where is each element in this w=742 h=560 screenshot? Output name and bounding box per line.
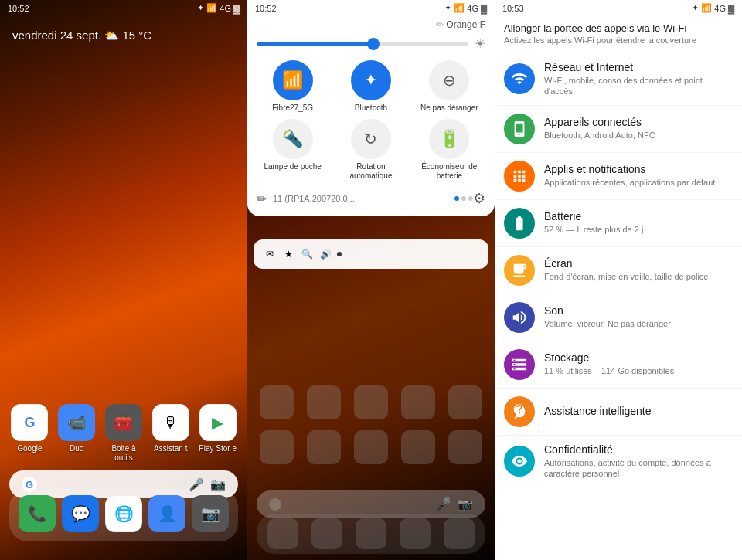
bluetooth-tile-icon[interactable]: ✦ [351,60,391,100]
apps-text: Applis et notifications Applications réc… [544,163,733,188]
shade-dock-1 [267,518,298,549]
shade-mic-icon: 🎤 [436,497,451,511]
bluetooth-tile-label: Bluetooth [355,104,387,113]
tile-battery-saver[interactable]: 🔋 Économiseur de batterie [418,119,480,181]
rotation-tile-icon[interactable]: ↻ [351,119,391,159]
battery-saver-tile-icon[interactable]: 🔋 [429,119,469,159]
display-sub: Fond d'écran, mise en veille, taille de … [544,271,733,282]
settings-item-apps[interactable]: Applis et notifications Applications réc… [495,153,742,200]
torch-tile-label: Lampe de poche [264,162,322,171]
edit-tiles-icon[interactable]: ✏ [257,192,267,206]
dock-contacts[interactable]: 👤 [145,495,189,535]
dock-phone[interactable]: 📞 [15,495,59,535]
dock-chrome[interactable]: 🌐 [102,495,145,535]
tile-torch[interactable]: 🔦 Lampe de poche [262,119,324,181]
dock-camera-icon[interactable]: 📷 [192,495,229,532]
app-assistant[interactable]: 🎙 Assistan t [149,404,192,463]
shade-4g-icon: 4G [467,4,478,13]
shade-bg-icon-4 [401,385,435,419]
brightness-slider[interactable] [257,42,468,46]
shade-bg-apps [247,385,495,475]
settings-list: Réseau et Internet Wi-Fi, mobile, conso … [495,53,742,560]
dock-sms-icon[interactable]: 💬 [62,495,99,532]
dot-1 [454,196,459,201]
notification-icons-row: ✉ ★ 🔍 🔊 [263,247,479,261]
app-google[interactable]: G Google [8,404,51,463]
shade-dock-5 [444,518,475,549]
shade-time: 10:52 [255,4,277,13]
app-assistant-icon[interactable]: 🎙 [152,404,189,441]
dock-phone-icon[interactable]: 📞 [19,495,56,532]
settings-gear-icon[interactable]: ⚙ [473,190,485,207]
app-google-icon[interactable]: G [11,404,48,441]
settings-item-devices[interactable]: Appareils connectés Bluetooth, Android A… [495,106,742,153]
settings-item-network[interactable]: Réseau et Internet Wi-Fi, mobile, conso … [495,53,742,106]
display-text: Écran Fond d'écran, mise en veille, tail… [544,257,733,282]
dock-camera[interactable]: 📷 [189,495,232,535]
shade-signal-icon: 📶 [454,3,465,13]
privacy-text: Confidentialité Autorisations, activité … [544,443,733,480]
brightness-icon[interactable]: ☀ [475,36,485,51]
shade-dock-4 [400,518,431,549]
notif-star-icon: ★ [281,247,295,261]
home-screen: 10:52 ✦ 📶 4G ▓ vendredi 24 sept. ⛅ 15 °C… [0,0,247,560]
app-duo[interactable]: 📹 Duo [55,404,98,463]
shade-lens-icon: 📷 [458,497,473,511]
network-text: Réseau et Internet Wi-Fi, mobile, conso … [544,61,733,97]
dock-sms[interactable]: 💬 [59,495,102,535]
shade-bg-icon-5 [448,385,482,419]
devices-icon-wrap [504,114,535,144]
shade-status-bar: 10:52 ✦ 📶 4G ▓ [247,0,495,16]
app-duo-icon[interactable]: 📹 [58,404,95,441]
brightness-thumb [367,38,380,50]
notif-mail-icon: ✉ [263,247,277,261]
settings-item-storage[interactable]: Stockage 11 % utilisés – 114 Go disponib… [495,341,742,389]
app-playstore[interactable]: ▶ Play Stor e [196,404,240,463]
display-icon-wrap [504,255,535,286]
shade-status-icons: ✦ 📶 4G ▓ [444,3,487,13]
home-status-time: 10:52 [8,4,29,13]
tile-bluetooth[interactable]: ✦ Bluetooth [340,60,402,113]
privacy-sub: Autorisations, activité du compte, donné… [544,457,733,480]
settings-4g-icon: 4G [714,4,726,13]
app-boite-icon[interactable]: 🧰 [105,404,142,441]
tile-wifi[interactable]: 📶 Fibre27_5G [262,60,324,113]
settings-top-banner[interactable]: Allonger la portée des appels via le Wi-… [495,16,742,53]
devices-title: Appareils connectés [544,116,733,128]
settings-item-battery[interactable]: Batterie 52 % — Il reste plus de 2 j [495,200,742,247]
shade-dock-3 [356,518,386,549]
shade-bg-icon-3 [354,385,388,419]
apps-title: Applis et notifications [544,163,733,175]
settings-item-privacy[interactable]: Confidentialité Autorisations, activité … [495,436,742,488]
tile-rotation[interactable]: ↻ Rotation automatique [340,119,402,181]
wifi-tile-icon[interactable]: 📶 [273,60,313,100]
dock-chrome-icon[interactable]: 🌐 [105,495,142,532]
settings-item-sound[interactable]: Son Volume, vibreur, Ne pas déranger [495,294,742,341]
network-title: Réseau et Internet [544,61,733,73]
privacy-title: Confidentialité [544,443,733,456]
dock-contacts-icon[interactable]: 👤 [148,495,186,532]
home-apps-grid: G Google 📹 Duo 🧰 Boite à outils 🎙 [0,404,247,475]
torch-tile-icon[interactable]: 🔦 [273,119,313,159]
settings-screen: 10:53 ✦ 📶 4G ▓ Allonger la portée des ap… [495,0,742,560]
battery-sub: 52 % — Il reste plus de 2 j [544,224,733,235]
settings-item-display[interactable]: Écran Fond d'écran, mise en veille, tail… [495,247,742,294]
devices-text: Appareils connectés Bluetooth, Android A… [544,116,733,141]
app-playstore-icon[interactable]: ▶ [199,404,237,441]
notification-card[interactable]: ✉ ★ 🔍 🔊 [254,239,488,269]
rotation-tile-label: Rotation automatique [340,162,402,181]
home-status-bar: 10:52 ✦ 📶 4G ▓ [0,0,247,16]
app-boite[interactable]: 🧰 Boite à outils [102,404,145,463]
tile-dnd[interactable]: ⊖ Ne pas déranger [418,60,480,113]
notif-dot [337,252,342,256]
settings-item-assistant[interactable]: Assistance intelligente [495,389,742,436]
battery-text: Batterie 52 % — Il reste plus de 2 j [544,210,733,235]
assistant-title: Assistance intelligente [544,405,733,417]
sound-title: Son [544,304,733,317]
sound-icon-wrap [504,302,535,333]
brightness-fill [257,42,373,46]
shade-build-info: 11 (RP1A.200720.0... [273,194,448,203]
dnd-tile-icon[interactable]: ⊖ [429,60,469,100]
storage-title: Stockage [544,351,733,364]
shade-bg-icon-2 [307,385,341,419]
